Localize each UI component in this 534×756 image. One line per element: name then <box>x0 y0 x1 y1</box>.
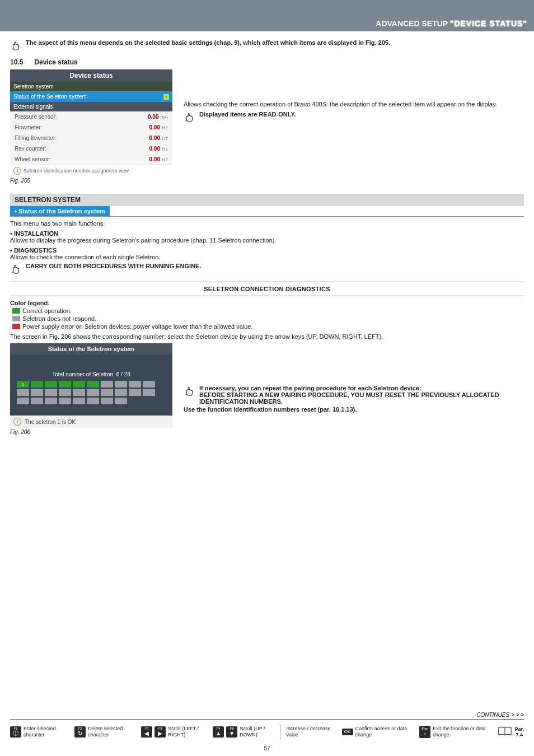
separator <box>280 724 280 740</box>
swatch-green <box>12 308 20 314</box>
seletron-node[interactable] <box>87 398 99 404</box>
f46-text: Scroll (UP / DOWN) <box>240 726 274 738</box>
seletron-node[interactable] <box>101 398 113 404</box>
pairing-note-1: If necessary, you can repeat the pairing… <box>199 385 421 391</box>
signal-row: Filling flowmeter:0.00Hz <box>10 133 172 143</box>
seletron-node[interactable] <box>17 398 29 404</box>
chevron-right-icon: › <box>163 94 169 100</box>
seletron-node[interactable] <box>115 381 127 388</box>
seletron-node[interactable] <box>31 398 43 404</box>
menu-intro: This menu has two main functions: <box>10 220 524 227</box>
seletron-node[interactable] <box>31 389 43 396</box>
key-f4-f6: F4▲ F6▼ Scroll (UP / DOWN) <box>213 726 274 738</box>
readonly-note: Displayed items are READ-ONLY. <box>199 111 296 118</box>
seletron-node[interactable] <box>59 381 71 388</box>
esc-text: Exit the function or data change <box>433 726 492 738</box>
seletron-node[interactable] <box>87 389 99 396</box>
seletron-node[interactable] <box>87 381 99 388</box>
par-label: Par. <box>514 726 524 732</box>
use-function-suffix: (par. 10.1.13). <box>316 406 357 413</box>
status-subheading: • Status of the Seletron system <box>10 206 110 216</box>
f1-key-icon[interactable]: F1ⓘ <box>10 726 21 738</box>
seletron-node[interactable] <box>129 389 141 396</box>
seletron-node[interactable] <box>115 389 127 396</box>
top-grey-bar <box>0 0 534 16</box>
panel-status-row[interactable]: Status of the Seletron system › <box>10 91 172 102</box>
seletron-node[interactable] <box>73 398 85 404</box>
updown-text: Increase / decrease value <box>286 726 336 738</box>
legend-title: Color legend: <box>10 300 524 306</box>
header-title-left: ADVANCED SETUP <box>376 19 450 28</box>
ok-text: Confirm access or data change <box>355 726 414 738</box>
fig206-caption: Fig. 206 <box>10 429 172 435</box>
panel-description: Allows checking the correct operation of… <box>184 101 524 108</box>
fig206-footer: i The seletron 1 is OK <box>10 416 172 428</box>
f4-key-icon[interactable]: F4▲ <box>213 726 224 738</box>
seletron-node[interactable] <box>129 381 141 388</box>
seletron-node[interactable] <box>17 389 29 396</box>
seletron-node[interactable] <box>59 398 71 404</box>
panel-footer-text: Seletron identification number assignmen… <box>24 168 130 174</box>
panel-seletron-label: Seletron system <box>10 82 172 91</box>
signal-row: Pressure sensor:0.00mA <box>10 111 172 122</box>
footer-key-bar: F1ⓘ Enter selected character F2↻ Delete … <box>0 720 534 743</box>
signal-row: Wheel sensor:0.00Hz <box>10 154 172 165</box>
par-value: 7.4 <box>516 732 523 738</box>
seletron-node-selected[interactable]: 1 <box>17 381 29 388</box>
f8-key-icon[interactable]: F8▶ <box>154 726 166 738</box>
seletron-node[interactable] <box>45 381 57 388</box>
installation-para: Allows to display the progress during Se… <box>10 237 524 244</box>
seletron-node[interactable] <box>143 381 155 388</box>
screen-intro: The screen in Fig. 206 shows the corresp… <box>10 333 524 340</box>
key-esc: Esc• Exit the function or data change <box>419 726 492 738</box>
seletron-system-heading: SELETRON SYSTEM <box>10 194 524 206</box>
hand-icon <box>184 385 196 397</box>
seletron-grid: 1 <box>17 381 166 404</box>
seletron-node[interactable] <box>73 389 85 396</box>
panel-footer: i Seletron identification number assignm… <box>10 165 172 176</box>
diagnostics-heading: • DIAGNOSTICS <box>10 247 524 254</box>
fig205-caption: Fig. 205 <box>10 178 172 184</box>
installation-heading: • INSTALLATION <box>10 230 524 237</box>
key-ok: OK Confirm access or data change <box>342 726 414 738</box>
hand-icon <box>10 263 22 275</box>
seletron-count: Total number of Seletron: 6 / 28 <box>17 371 166 377</box>
f2-key-icon[interactable]: F2↻ <box>74 726 86 738</box>
seletron-node[interactable] <box>73 381 85 388</box>
swatch-red <box>12 324 20 329</box>
engine-note: CARRY OUT BOTH PROCEDURES WITH RUNNING E… <box>26 263 202 269</box>
diagnostics-section-heading: SELETRON CONNECTION DIAGNOSTICS <box>10 282 524 296</box>
key-f7-f8: F7◀ F8▶ Scroll (LEFT / RIGHT) <box>141 726 207 738</box>
f7-key-icon[interactable]: F7◀ <box>141 726 152 738</box>
panel-signal-list: Pressure sensor:0.00mA Flowmeter:0.00Hz … <box>10 111 172 165</box>
key-f2: F2↻ Delete selected character <box>74 726 135 738</box>
hand-icon <box>184 111 196 123</box>
seletron-node[interactable] <box>45 389 57 396</box>
legend-item: Seletron does not respond. <box>12 315 524 322</box>
key-updown: Increase / decrease value <box>286 726 336 738</box>
intro-note: The aspect of this menu depends on the s… <box>26 39 390 46</box>
ok-key-icon[interactable]: OK <box>342 729 353 735</box>
seletron-node[interactable] <box>101 389 113 396</box>
seletron-node[interactable] <box>45 398 57 404</box>
manual-ref: Par. 7.4 <box>498 726 524 738</box>
seletron-node[interactable] <box>115 398 127 404</box>
panel-status-text: Status of the Seletron system <box>13 94 87 100</box>
continues-label: CONTINUES > > > <box>0 712 524 718</box>
seletron-node[interactable] <box>143 389 155 396</box>
f6-key-icon[interactable]: F6▼ <box>226 726 237 738</box>
fig206-title: Status of the Seletron system <box>10 343 172 354</box>
seletron-status-panel: Status of the Seletron system Total numb… <box>10 343 172 428</box>
fig206-footer-text: The seletron 1 is OK <box>25 419 76 425</box>
f2-text: Delete selected character <box>88 726 135 738</box>
legend-item: Correct operation. <box>12 307 524 314</box>
swatch-grey <box>12 316 20 321</box>
device-status-panel: Device status Seletron system Status of … <box>10 69 172 176</box>
header-title-quoted: "DEVICE STATUS" <box>450 19 527 28</box>
seletron-node[interactable] <box>59 389 71 396</box>
seletron-node[interactable] <box>101 381 113 388</box>
info-icon: i <box>13 418 21 426</box>
seletron-node[interactable] <box>31 381 43 388</box>
esc-key-icon[interactable]: Esc• <box>419 726 430 738</box>
panel-title: Device status <box>10 69 172 82</box>
